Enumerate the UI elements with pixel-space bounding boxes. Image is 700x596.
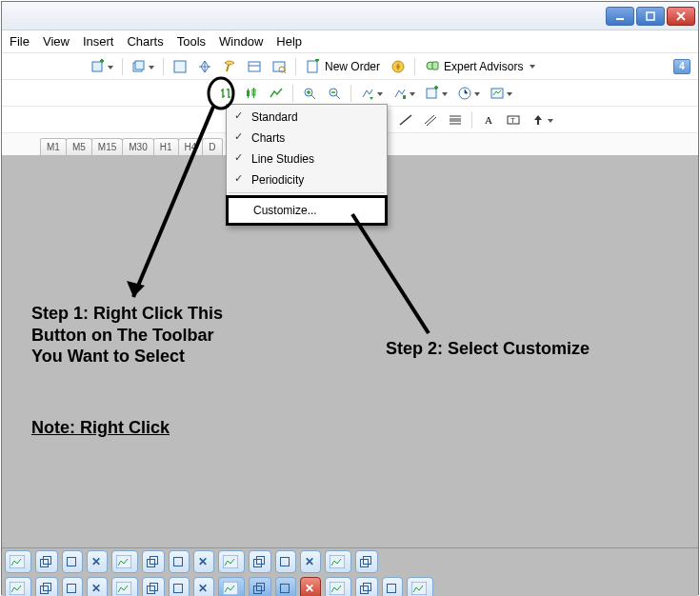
tile-restore-button[interactable] (142, 550, 165, 573)
period-tab-m15[interactable]: M15 (91, 138, 123, 155)
title-bar (2, 2, 698, 30)
annotation-note: Note: Right Click (31, 417, 170, 439)
notification-badge[interactable]: 4 (673, 59, 690, 74)
toolbar-separator (471, 111, 472, 129)
strategy-tester-button[interactable] (269, 57, 290, 76)
context-item-charts[interactable]: Charts (227, 128, 387, 149)
context-item-periodicity[interactable]: Periodicity (227, 169, 387, 190)
zoom-in-button[interactable] (299, 84, 320, 103)
menu-help[interactable]: Help (276, 34, 302, 49)
market-watch-button[interactable] (170, 57, 190, 76)
menu-file[interactable]: File (10, 34, 30, 49)
tile-close-button[interactable]: ✕ (300, 550, 321, 573)
tile-maximize-button[interactable] (382, 577, 403, 596)
svg-rect-12 (432, 62, 438, 70)
chart-window-tile[interactable] (218, 550, 245, 573)
chart-window-tile[interactable] (5, 550, 31, 573)
menu-window[interactable]: Window (219, 34, 263, 49)
metaquotes-button[interactable] (388, 57, 409, 76)
tile-restore-button[interactable] (355, 550, 378, 573)
tile-close-button[interactable]: ✕ (193, 550, 214, 573)
chart-window-tile[interactable] (325, 577, 351, 596)
chart-window-tile[interactable] (218, 577, 245, 596)
navigator-button[interactable] (194, 57, 215, 76)
context-item-customize[interactable]: Customize... (226, 195, 388, 226)
toolbar-context-menu: Standard Charts Line Studies Periodicity… (226, 104, 388, 226)
tile-maximize-button[interactable] (169, 550, 190, 573)
arrows-button[interactable] (528, 110, 556, 129)
chart-window-tile[interactable] (407, 577, 433, 596)
svg-rect-26 (330, 555, 345, 568)
menu-charts[interactable]: Charts (127, 34, 163, 49)
svg-rect-31 (411, 582, 427, 595)
toolbar-standard: New Order Expert Advisors 4 (2, 53, 698, 80)
chart-window-tile[interactable] (111, 550, 138, 573)
periodicity-button[interactable] (454, 84, 483, 103)
toolbar-separator (163, 58, 164, 75)
line-chart-button[interactable] (266, 84, 287, 103)
mdi-child-windows: ✕ ✕ ✕ ✕ ✕ ✕ (2, 547, 698, 596)
maximize-button[interactable] (636, 7, 665, 26)
tile-maximize-button[interactable] (62, 550, 83, 573)
period-tab-m1[interactable]: M1 (40, 138, 67, 155)
chart-shift-button[interactable] (390, 84, 418, 103)
indicators-button[interactable] (422, 84, 450, 103)
text-label-button[interactable]: T (503, 110, 524, 129)
period-tab-m30[interactable]: M30 (122, 138, 153, 155)
tile-maximize-button[interactable] (275, 577, 296, 596)
tile-close-button[interactable]: ✕ (87, 550, 108, 573)
period-tab-h4[interactable]: H4 (178, 138, 204, 155)
data-window-button[interactable] (219, 57, 240, 76)
tile-restore-button[interactable] (35, 550, 58, 573)
context-item-standard[interactable]: Standard (227, 107, 387, 128)
tile-maximize-button[interactable] (275, 550, 296, 573)
new-order-button[interactable]: New Order (302, 57, 384, 76)
expert-advisors-button[interactable]: Expert Advisors (421, 57, 539, 76)
chart-window-tile[interactable] (5, 577, 31, 596)
tile-restore-button[interactable] (249, 577, 271, 596)
minimize-button[interactable] (606, 7, 634, 26)
new-chart-button[interactable] (88, 57, 116, 76)
menu-insert[interactable]: Insert (83, 34, 114, 49)
period-tab-d1[interactable]: D (202, 138, 222, 155)
svg-rect-24 (116, 555, 131, 568)
toolbar-separator (122, 58, 123, 75)
tile-restore-button[interactable] (142, 577, 165, 596)
svg-rect-30 (330, 582, 345, 595)
context-separator (229, 192, 385, 193)
equidistant-channel-button[interactable] (420, 110, 441, 129)
auto-scroll-button[interactable] (357, 84, 386, 103)
tile-restore-button[interactable] (35, 577, 58, 596)
toolbar-separator (295, 58, 296, 75)
text-button[interactable]: A (478, 110, 499, 129)
bar-chart-button[interactable] (216, 84, 237, 103)
terminal-button[interactable] (244, 57, 265, 76)
tile-close-button[interactable]: ✕ (193, 577, 214, 596)
tile-maximize-button[interactable] (169, 577, 190, 596)
period-tab-m5[interactable]: M5 (66, 138, 92, 155)
fibonacci-button[interactable] (445, 110, 466, 129)
zoom-out-button[interactable] (324, 84, 345, 103)
templates-button[interactable] (487, 84, 515, 103)
chart-window-tile[interactable] (325, 550, 351, 573)
tile-close-button[interactable]: ✕ (87, 577, 108, 596)
svg-rect-18 (427, 89, 436, 98)
tile-restore-button[interactable] (249, 550, 271, 573)
period-tab-h1[interactable]: H1 (153, 138, 179, 155)
new-order-label: New Order (325, 60, 380, 73)
context-item-line-studies[interactable]: Line Studies (227, 149, 387, 169)
svg-rect-1 (647, 12, 654, 20)
tile-close-button[interactable]: ✕ (300, 577, 321, 596)
chart-window-tile[interactable] (111, 577, 138, 596)
close-button[interactable] (667, 7, 695, 26)
tile-restore-button[interactable] (355, 577, 378, 596)
menu-view[interactable]: View (43, 34, 70, 49)
trendline-button[interactable] (395, 110, 416, 129)
profiles-button[interactable] (129, 57, 157, 76)
svg-rect-23 (10, 555, 25, 568)
svg-rect-25 (223, 555, 238, 568)
toolbar-separator (350, 85, 351, 102)
candlestick-chart-button[interactable] (241, 84, 262, 103)
tile-maximize-button[interactable] (62, 577, 83, 596)
menu-tools[interactable]: Tools (177, 34, 206, 49)
